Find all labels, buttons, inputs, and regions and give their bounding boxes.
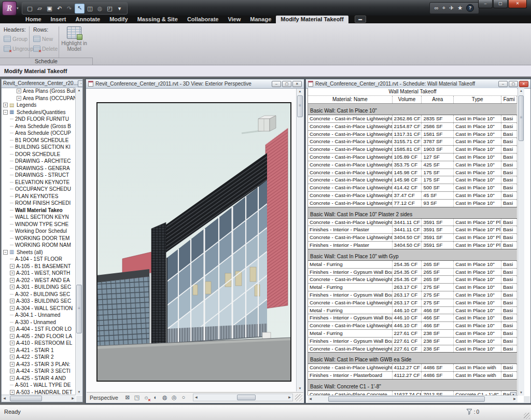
schedule-minimize-button[interactable]: – — [498, 81, 508, 87]
table-cell[interactable]: Basi — [501, 184, 517, 191]
tree-item-working-door-schedul[interactable]: Working Door Schedul — [2, 228, 76, 235]
steering-wheel-icon[interactable]: ◎ — [170, 394, 178, 401]
table-cell[interactable]: 263.17 CF — [393, 291, 422, 299]
table-row[interactable]: Concrete - Cast-in-Place Lightweight Co2… — [308, 345, 517, 353]
table-cell[interactable]: 3155.71 CF — [393, 138, 422, 145]
table-cell[interactable]: 3787 SF — [422, 138, 454, 145]
table-cell[interactable]: 227.61 CF — [393, 330, 422, 337]
tree-item-a-330-unnamed[interactable]: A-330 - Unnamed — [2, 319, 76, 326]
schedule-horizontal-scrollbar[interactable]: ◀ ▶ — [308, 395, 518, 402]
ribbon-tab-massing-site[interactable]: Massing & Site — [133, 16, 183, 23]
expand-icon[interactable]: + — [10, 390, 15, 395]
ribbon-tab-manage[interactable]: Manage — [245, 16, 276, 23]
table-row[interactable]: Concrete - Cast-in-Place Lightweight Co4… — [308, 184, 517, 192]
table-cell[interactable]: 127 SF — [422, 153, 454, 161]
tree-item-area-schedule-gross-b[interactable]: Area Schedule (Gross B — [2, 123, 76, 130]
table-cell[interactable]: 2154.87 CF — [393, 123, 422, 130]
table-cell[interactable]: 4112.27 CF — [393, 364, 422, 371]
expand-icon[interactable]: + — [10, 327, 15, 331]
expand-icon[interactable]: + — [10, 376, 15, 381]
table-cell[interactable]: Basi — [501, 138, 517, 145]
3d-view-canvas[interactable] — [87, 89, 296, 391]
table-cell[interactable]: Basi — [501, 115, 517, 122]
tree-item-a-501-wall-type-de[interactable]: A-501 - WALL TYPE DE — [2, 382, 76, 389]
ribbon-tab-modify[interactable]: Modify — [105, 16, 132, 23]
expand-icon[interactable]: + — [10, 369, 15, 373]
tree-item-schedules-quantities[interactable]: −▦Schedules/Quantities — [2, 109, 76, 116]
table-cell[interactable]: Basi — [501, 176, 517, 184]
table-cell[interactable]: 353.75 CF — [393, 161, 422, 169]
table-row[interactable]: Finishes - Interior - Gypsum Wall Board2… — [308, 269, 517, 276]
tree-item-area-plans-gross-buildi[interactable]: +Area Plans (Gross Buildi — [2, 88, 76, 95]
table-cell[interactable]: 275 SF — [422, 299, 454, 306]
table-row[interactable]: Metal - Furring446.10 CF466 SFCast In Pl… — [308, 307, 517, 315]
table-cell[interactable]: Finishes - Interior - Plaster — [308, 226, 393, 233]
table-cell[interactable]: 175 SF — [422, 176, 454, 184]
communication-center-icon[interactable]: ⌖ — [442, 4, 445, 12]
table-row[interactable]: Concrete - Cast-in-Place Lightweight Co4… — [308, 322, 517, 330]
column-header-type[interactable]: Type — [454, 96, 501, 103]
tree-item-a-303-building-sec[interactable]: +A-303 - BUILDING SEC — [2, 298, 76, 305]
table-cell[interactable]: 93 SF — [422, 200, 454, 207]
table-cell[interactable]: 1317.31 CF — [393, 131, 422, 138]
table-cell[interactable]: Cast In Place 10" Pl — [454, 234, 501, 241]
expand-icon[interactable]: + — [10, 285, 15, 289]
column-header-material-name[interactable]: Material: Name — [308, 96, 393, 103]
application-menu-button[interactable]: R — [2, 1, 17, 16]
table-cell[interactable]: 3591 SF — [422, 219, 454, 226]
table-cell[interactable]: Basi — [501, 307, 517, 314]
new-row-button[interactable]: New — [33, 34, 59, 44]
table-row[interactable]: Metal - Furring227.61 CF238 SFCast In Pl… — [308, 330, 517, 338]
expand-icon[interactable]: + — [10, 278, 15, 283]
table-cell[interactable]: 3591 SF — [422, 242, 454, 249]
table-row[interactable]: Concrete - Cast-in-Place Lightweight Co3… — [308, 161, 517, 169]
table-cell[interactable]: 238 SF — [422, 338, 454, 345]
tree-item-a-302-building-sec[interactable]: A-302 - BUILDING SEC — [2, 291, 76, 298]
table-cell[interactable]: Cast In Place 10" — [454, 261, 501, 268]
table-cell[interactable]: Basi — [501, 161, 517, 169]
table-cell[interactable]: Basi — [501, 261, 517, 268]
table-cell[interactable]: 175 SF — [422, 169, 454, 176]
tree-item-legends[interactable]: +▤Legends — [2, 102, 76, 109]
table-cell[interactable]: Concrete - Cast-in-Place Lightweight Co — [308, 276, 393, 283]
table-cell[interactable]: 1581 SF — [422, 131, 454, 138]
expand-icon[interactable]: + — [10, 264, 15, 269]
schedule-restore-button[interactable]: ▢ — [509, 81, 518, 87]
table-cell[interactable]: Metal - Furring — [308, 284, 393, 291]
table-cell[interactable]: Cast In Place 10" — [454, 176, 501, 184]
table-cell[interactable]: 3404.50 CF — [393, 234, 422, 241]
table-cell[interactable]: Basi — [501, 291, 517, 299]
table-cell[interactable]: 1585.81 CF — [393, 146, 422, 153]
table-cell[interactable]: 263.17 CF — [393, 284, 422, 291]
table-row[interactable]: Concrete - Cast-in-Place Lightweight Co2… — [308, 276, 517, 284]
column-header-fami[interactable]: Fami — [501, 96, 517, 103]
table-cell[interactable]: Cast In Place 10" — [454, 307, 501, 314]
table-cell[interactable]: Cast In Place 10" — [454, 153, 501, 161]
table-cell[interactable]: Basi — [501, 284, 517, 291]
table-cell[interactable]: 265 SF — [422, 276, 454, 283]
table-cell[interactable]: Cast In Place 10" — [454, 291, 501, 299]
tree-item-a-202-west-and-ea[interactable]: +A-202 - WEST AND EA — [2, 277, 76, 284]
table-cell[interactable]: 275 SF — [422, 291, 454, 299]
save-icon[interactable]: ▣ — [45, 4, 54, 13]
table-cell[interactable]: Cast In Place 10" — [454, 146, 501, 153]
tree-item-elevation-keynote[interactable]: ELEVATION KEYNOTE — [2, 179, 76, 186]
table-cell[interactable]: 4486 SF — [422, 364, 454, 371]
tree-item-b1-room-schedule[interactable]: B1 ROOM SCHEDULE — [2, 137, 76, 144]
expand-icon[interactable]: + — [10, 271, 15, 275]
table-cell[interactable]: 145.98 CF — [393, 176, 422, 184]
table-cell[interactable]: Basi — [501, 131, 517, 138]
table-cell[interactable]: Metal - Furring — [308, 261, 393, 268]
table-cell[interactable]: Cast In Place 10" — [454, 169, 501, 176]
tree-item-a-421-stair-1[interactable]: +A-421 - STAIR 1 — [2, 347, 76, 354]
help-icon[interactable]: ? — [466, 4, 474, 12]
maximize-button[interactable]: ▢ — [493, 0, 508, 8]
tree-item-wall-material-takeo[interactable]: Wall Material Takeo — [2, 207, 76, 214]
visual-style-icon[interactable]: ◳ — [133, 394, 141, 401]
table-cell[interactable]: Concrete - Cast-in-Place Lightweight Co — [308, 192, 393, 199]
table-cell[interactable]: 254.35 CF — [393, 261, 422, 268]
tree-item-plan-keynotes[interactable]: PLAN KEYNOTES — [2, 193, 76, 200]
column-header-area[interactable]: Area — [422, 96, 454, 103]
browser-restore-icon[interactable]: ▫ — [78, 80, 82, 87]
browser-horizontal-scrollbar[interactable]: ◀ ▶ — [2, 395, 76, 402]
